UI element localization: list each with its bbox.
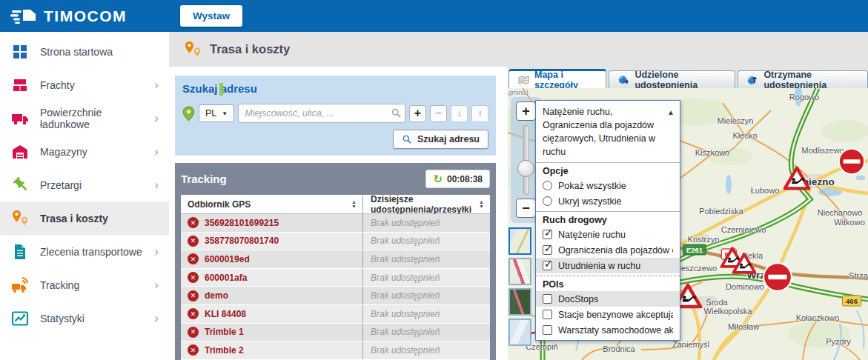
chevron-right-icon: › [154, 244, 159, 259]
map-style-traffic[interactable] [508, 258, 531, 285]
layer-option[interactable]: Warsztaty samochodowe akceptują [536, 322, 680, 338]
sidebar-item[interactable]: Strona startowa › [0, 35, 169, 68]
table-row[interactable]: Trimble 1 Brak udostępnień [181, 324, 490, 342]
refresh-icon: ↻ [433, 173, 443, 184]
share-status: Brak udostępnień [371, 345, 440, 356]
wystaw-button[interactable]: Wystaw [180, 5, 242, 27]
map-style-switcher [508, 227, 531, 346]
option-control[interactable] [543, 181, 552, 190]
column-header-gps[interactable]: Odbiornik GPS ▲▼ [181, 195, 362, 213]
left-panel: Szukaj adresu PL ▼ [169, 67, 502, 360]
sidebar-item-icon [11, 310, 29, 327]
table-row[interactable]: Trimble 2 Brak udostępnień [181, 341, 490, 360]
offline-status-icon [188, 327, 199, 338]
sidebar-item-label: Frachty [40, 79, 75, 91]
option-control[interactable] [543, 261, 552, 270]
sidebar-menu: Strona startowa › Frachty › Powierzchnie… [0, 35, 169, 335]
option-control[interactable] [543, 325, 552, 335]
map-viewport[interactable]: RogowoMieleszynKłeckoKiszkowoModliszewoG… [508, 88, 868, 360]
move-down-button[interactable]: ↓ [451, 105, 468, 122]
table-row[interactable]: 6000019ed Brak udostępnień [181, 250, 490, 269]
option-control[interactable] [543, 310, 552, 319]
sidebar-item-icon [11, 176, 29, 194]
sidebar-item[interactable]: Tracking › [0, 268, 169, 301]
layer-option[interactable]: Ukryj wszystkie [536, 193, 680, 209]
tracking-panel: Tracking ↻ 00:08:38 Odbiornik GPS ▲▼ [175, 163, 496, 360]
tab-icon [618, 74, 629, 86]
collapse-arrow-icon[interactable]: ▲ [667, 106, 675, 119]
chevron-right-icon: › [154, 111, 159, 126]
table-row[interactable]: 600001afa Brak udostępnień [181, 269, 490, 287]
column-header-shares[interactable]: Dzisiejsze udostępnienia/przesyłki ▲▼ [362, 195, 490, 213]
gps-receiver-id: 600001afa [205, 273, 247, 283]
search-address-button[interactable]: Szukaj adresu [393, 130, 488, 149]
sidebar-item-icon [11, 243, 29, 261]
layer-section-title: POIs [536, 277, 680, 291]
add-waypoint-button[interactable]: + [409, 105, 426, 122]
map-style-terrain[interactable] [508, 319, 531, 346]
brand-name: TIMOCOM [44, 7, 127, 25]
text-cursor [219, 83, 223, 96]
map-style-roads[interactable] [508, 227, 531, 255]
tab-icon [518, 74, 529, 86]
refresh-timer-button[interactable]: ↻ 00:08:38 [425, 170, 490, 188]
option-label: Ukryj wszystkie [558, 196, 621, 207]
address-panel-title: Szukaj adresu [182, 82, 257, 95]
table-row[interactable]: 358778070801740 Brak udostępnień [181, 233, 490, 251]
sidebar-item[interactable]: Zlecenia transportowe › [0, 235, 169, 268]
sidebar-item[interactable]: Powierzchnie ładunkowe › [0, 101, 169, 135]
sort-icon[interactable]: ▲▼ [351, 200, 357, 208]
share-status: Brak udostępnień [371, 273, 440, 283]
brand: TIMOCOM [10, 7, 127, 25]
move-up-button[interactable]: ↑ [471, 105, 488, 122]
sidebar-item[interactable]: Magazyny › [0, 135, 169, 168]
option-control[interactable] [543, 230, 552, 239]
sidebar-item[interactable]: Frachty › [0, 68, 169, 101]
option-control[interactable] [543, 294, 552, 304]
zoom-out-button[interactable]: − [516, 199, 536, 218]
layer-section: Ruch drogowy Natężenie ruchu [536, 211, 680, 276]
tab[interactable]: Mapa i szczegóły [508, 69, 606, 88]
page-title: Trasa i koszty [210, 42, 290, 56]
option-control[interactable] [543, 245, 552, 255]
layer-option[interactable]: Natężenie ruchu [536, 227, 680, 242]
layer-dropdown-header[interactable]: Natężenie ruchu, Ograniczenia dla pojazd… [536, 101, 680, 162]
layer-option[interactable]: Utrudnienia w ruchu [536, 258, 680, 273]
sidebar-item-icon [11, 43, 29, 61]
layer-option[interactable]: Pokaż wszystkie [536, 178, 680, 193]
tracking-table: Odbiornik GPS ▲▼ Dzisiejsze udostępnieni… [181, 195, 490, 360]
layer-option[interactable]: Stacje benzynowe akceptujące kar [536, 307, 680, 322]
map-panel: Mapa i szczegóły Udzielone udostępnienia… [508, 67, 868, 360]
sort-icon[interactable]: ▲▼ [479, 200, 484, 208]
search-icon [391, 107, 402, 119]
option-label: Ograniczenia dla pojazdów ciężaro [558, 245, 673, 256]
table-row[interactable]: 356928101699215 Brak udostępnień [181, 214, 490, 233]
table-row[interactable]: KLI 84408 Brak udostępnień [181, 305, 490, 324]
timocom-logo-icon [10, 8, 37, 24]
country-select[interactable]: PL ▼ [199, 104, 234, 122]
chevron-right-icon: › [154, 178, 159, 193]
option-control[interactable] [543, 196, 552, 206]
tracking-table-header: Odbiornik GPS ▲▼ Dzisiejsze udostępnieni… [181, 195, 490, 214]
zoom-slider-handle[interactable] [517, 160, 534, 177]
option-label: DocStops [558, 294, 598, 304]
tab-icon [747, 74, 758, 86]
table-row[interactable]: demo Brak udostępnień [181, 287, 490, 305]
share-status: Brak udostępnień [371, 309, 440, 319]
offline-status-icon [188, 308, 199, 319]
tab[interactable]: Otrzymane udostępnienia [738, 70, 868, 88]
share-status: Brak udostępnień [371, 254, 440, 264]
chevron-right-icon: › [154, 311, 159, 326]
map-style-satellite[interactable] [508, 288, 531, 316]
remove-waypoint-button[interactable]: − [430, 105, 447, 122]
sidebar-item[interactable]: Przetargi › [0, 168, 169, 201]
sidebar-item[interactable]: Statystyki › [0, 301, 169, 335]
layer-option[interactable]: Ograniczenia dla pojazdów ciężaro [536, 242, 680, 258]
sidebar-item[interactable]: Trasa i koszty › [0, 201, 169, 235]
tab[interactable]: Udzielone udostępnienia [609, 70, 735, 88]
layer-option[interactable]: DocStops [536, 291, 680, 307]
option-label: Warsztaty samochodowe akceptują [558, 325, 673, 336]
zoom-in-button[interactable]: + [516, 101, 536, 121]
sidebar: Strona startowa › Frachty › Powierzchnie… [0, 32, 169, 360]
address-input[interactable] [238, 104, 405, 123]
